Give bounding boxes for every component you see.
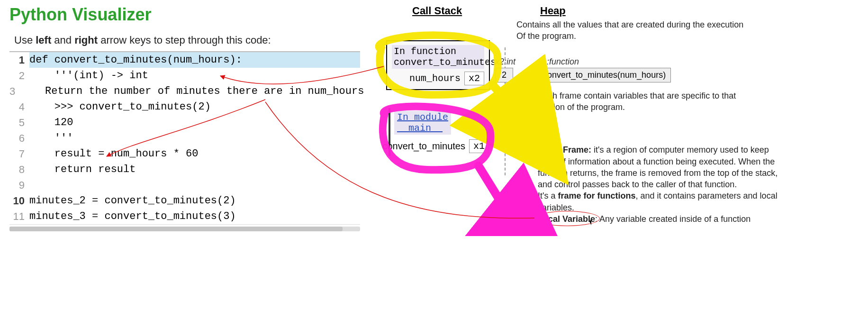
line-number: 10 [9, 193, 29, 209]
line-number: 9 [9, 177, 29, 193]
module-title-line: In module [397, 112, 448, 123]
line-number: 4 [9, 99, 29, 115]
line-number: 11 [9, 209, 29, 224]
code-text: 120 [29, 115, 360, 130]
stack-frame-function: In function convert_to_minutes num_hours… [386, 40, 490, 90]
code-text: return result [29, 162, 360, 177]
code-line-3: 3 Return the number of minutes there are… [9, 83, 360, 99]
heap-x1-box: convert_to_minutes(num_hours) [538, 68, 671, 82]
stack-frame-term: Stack Frame: [538, 145, 591, 155]
callstack-heading: Call Stack [412, 5, 462, 17]
code-text: '''(int) -> int [29, 68, 360, 83]
code-line-7: 7 result = num_hours * 60 [9, 146, 360, 162]
variable-name: num_hours [409, 73, 461, 84]
code-text: >>> convert_to_minutes(2) [29, 99, 360, 115]
code-block: 1 def convert_to_minutes(num_hours): 2 '… [9, 51, 360, 225]
code-line-5: 5 120 [9, 115, 360, 130]
heap-x2-box: 2 [495, 68, 513, 82]
code-line-8: 8 return result [9, 162, 360, 177]
variable-ref: x2 [464, 72, 484, 85]
frame-title-line: In function [394, 46, 482, 57]
instr-pre: Use [14, 34, 36, 46]
code-line-11: 11 minutes_3 = convert_to_minutes(3) [9, 209, 360, 224]
code-text: result = num_hours * 60 [29, 146, 360, 162]
code-line-10: 10 minutes_2 = convert_to_minutes(2) [9, 193, 360, 209]
heap-x1-label: x1:function [538, 57, 579, 67]
stack-frame-bold2: frame for functions [558, 191, 635, 201]
heap-x2-label: x2:int [495, 57, 515, 67]
variable-row: num_hours x2 [392, 72, 484, 85]
stack-frame-paragraph: Stack Frame: it's a region of computer m… [538, 133, 782, 213]
code-line-6: 6 ''' [9, 130, 360, 146]
code-line-2: 2 '''(int) -> int [9, 68, 360, 83]
heap-desc-each-frame: Each frame contain variables that are sp… [538, 90, 741, 113]
stack-frame-module: In module __main__ convert_to_minutes x1 [389, 108, 493, 156]
heap-desc-top: Contains all the values that are created… [516, 19, 763, 42]
line-number: 2 [9, 68, 29, 83]
instr-post: arrow keys to step through this code: [98, 34, 271, 46]
line-number: 1 [9, 52, 29, 68]
line-number: 3 [9, 83, 20, 99]
code-line-1: 1 def convert_to_minutes(num_hours): [9, 52, 360, 68]
local-variable-circle-annotation [534, 211, 600, 226]
instr-right: right [74, 34, 98, 46]
local-variable-body: : Any variable created inside of a funct… [595, 214, 750, 224]
code-text: minutes_3 = convert_to_minutes(3) [29, 209, 360, 224]
instr-left: left [36, 34, 51, 46]
stack-frame-title: In function convert_to_minutes [392, 45, 484, 69]
scrollbar-thumb[interactable] [9, 227, 343, 231]
heap-heading: Heap [540, 5, 566, 17]
code-text: Return the number of minutes there are i… [20, 83, 364, 99]
variable-row: convert_to_minutes x1 [394, 139, 489, 153]
variable-name: convert_to_minutes [382, 141, 465, 152]
code-line-9: 9 [9, 177, 360, 193]
code-text: def convert_to_minutes(num_hours): [29, 52, 360, 68]
module-title: In module __main__ [394, 111, 451, 135]
line-number: 5 [9, 115, 29, 130]
code-text [29, 177, 360, 193]
variable-ref: x1 [469, 139, 489, 153]
frame-title-line: convert_to_minutes [394, 57, 482, 68]
code-text: minutes_2 = convert_to_minutes(2) [29, 193, 360, 209]
instr-mid: and [51, 34, 74, 46]
line-number: 6 [9, 130, 29, 146]
code-text: ''' [29, 130, 360, 146]
module-title-line: __main__ [397, 123, 448, 134]
line-number: 8 [9, 162, 29, 177]
code-line-4: 4 >>> convert_to_minutes(2) [9, 99, 360, 115]
line-number: 7 [9, 146, 29, 162]
horizontal-scrollbar[interactable] [9, 227, 360, 231]
